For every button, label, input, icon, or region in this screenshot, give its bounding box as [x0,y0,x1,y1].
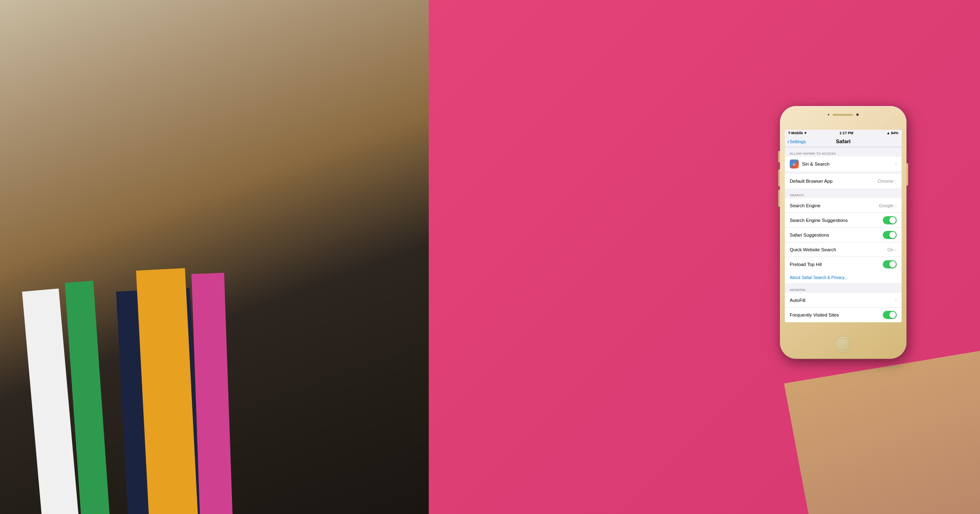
search-engine-value: Google [879,203,893,208]
default-browser-value: Chrome [878,179,893,184]
quick-website-search-chevron: › [895,247,897,253]
default-browser-chevron: › [895,178,897,184]
phone: T-Mobile ▾ 1:17 PM ▲ 84% ‹ Settings S [780,106,906,359]
home-button[interactable] [835,336,852,353]
home-button-inner [837,338,850,351]
carrier-label: T-Mobile [788,131,803,135]
settings-group-browser: Default Browser App Chrome › [785,174,902,188]
front-camera-area [828,113,859,116]
search-engine-label: Search Engine [790,203,879,208]
wifi-icon: ▲ [886,131,890,135]
preload-top-hit-toggle[interactable] [883,260,897,268]
section-header-search: SEARCH [785,191,902,198]
settings-group-privacy: About Safari Search & Privacy... [785,272,902,283]
status-bar: T-Mobile ▾ 1:17 PM ▲ 84% [785,130,902,136]
settings-group-access: ⌀ Siri & Search › [785,157,902,171]
sensor [828,114,829,115]
frequently-visited-row[interactable]: Frequently Visited Sites [785,308,902,322]
time-label: 1:17 PM [840,131,853,135]
toggle-thumb [889,217,896,224]
mute-button[interactable] [778,151,780,162]
search-engine-suggestions-row[interactable]: Search Engine Suggestions [785,213,902,228]
back-label: Settings [790,139,806,144]
search-engine-chevron: › [895,203,897,208]
shirt [0,208,429,514]
search-engine-row[interactable]: Search Engine Google › [785,198,902,213]
phone-body: T-Mobile ▾ 1:17 PM ▲ 84% ‹ Settings S [780,106,906,359]
section-header-access: ALLOW SAFARI TO ACCESS [785,149,902,157]
quick-website-search-label: Quick Website Search [790,247,887,252]
siri-search-chevron: › [895,161,897,167]
volume-up-button[interactable] [778,169,780,186]
safari-suggestions-row[interactable]: Safari Suggestions [785,228,902,242]
speaker [833,114,853,116]
privacy-link-row[interactable]: About Safari Search & Privacy... [785,272,902,283]
signal-icon: ▾ [804,131,806,135]
autofill-label: AutoFill [790,298,895,303]
siri-search-label: Siri & Search [802,162,895,166]
preload-top-hit-label: Preload Top Hit [790,262,883,267]
safari-suggestions-toggle[interactable] [883,231,897,239]
screen-content: T-Mobile ▾ 1:17 PM ▲ 84% ‹ Settings S [785,130,902,322]
default-browser-row[interactable]: Default Browser App Chrome › [785,174,902,188]
back-chevron-icon: ‹ [787,138,789,145]
safari-suggestions-label: Safari Suggestions [790,233,883,237]
siri-icon: ⌀ [790,160,799,168]
privacy-link[interactable]: About Safari Search & Privacy... [790,275,848,280]
search-engine-suggestions-label: Search Engine Suggestions [790,218,883,223]
phone-screen: T-Mobile ▾ 1:17 PM ▲ 84% ‹ Settings S [785,130,902,322]
camera [856,113,859,116]
volume-down-button[interactable] [778,190,780,207]
page-title: Safari [836,138,851,144]
toggle-thumb2 [889,232,896,238]
quick-website-search-value: On [887,247,893,252]
battery-label: 84% [891,131,898,135]
default-browser-label: Default Browser App [790,179,878,184]
toggle-thumb3 [889,261,896,268]
section-header-general: GENERAL [785,286,902,293]
siri-search-row[interactable]: ⌀ Siri & Search › [785,157,902,171]
person-photo [0,0,429,514]
frequently-visited-toggle[interactable] [883,311,897,319]
settings-group-search: Search Engine Google › Search Engine Sug… [785,198,902,272]
preload-top-hit-row[interactable]: Preload Top Hit [785,257,902,272]
autofill-chevron: › [895,297,897,303]
frequently-visited-label: Frequently Visited Sites [790,312,883,317]
power-button[interactable] [906,163,908,186]
autofill-row[interactable]: AutoFill › [785,293,902,308]
quick-website-search-row[interactable]: Quick Website Search On › [785,242,902,257]
settings-group-general: AutoFill › Frequently Visited Sites [785,293,902,322]
back-button[interactable]: ‹ Settings [787,138,806,145]
status-left: T-Mobile ▾ [788,131,806,135]
toggle-thumb4 [889,312,896,318]
status-right: ▲ 84% [886,131,898,135]
search-engine-suggestions-toggle[interactable] [883,216,897,224]
nav-bar: ‹ Settings Safari [785,136,902,147]
